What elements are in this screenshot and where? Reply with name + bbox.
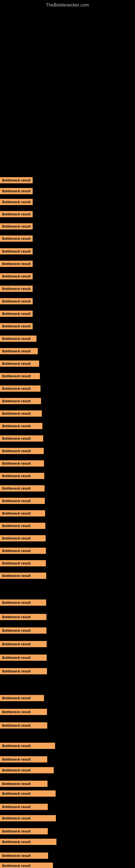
bottleneck-label: Bottleneck result: [0, 804, 48, 810]
bottleneck-label: Bottleneck result: [0, 498, 45, 504]
bottleneck-label: Bottleneck result: [0, 756, 47, 763]
bottleneck-label: Bottleneck result: [0, 641, 47, 647]
labels-container: Bottleneck resultBottleneck resultBottle…: [0, 9, 135, 868]
bottleneck-label: Bottleneck result: [0, 668, 47, 674]
bottleneck-label: Bottleneck result: [0, 722, 47, 728]
bottleneck-label: Bottleneck result: [0, 273, 33, 279]
bottleneck-label: Bottleneck result: [0, 852, 48, 859]
bottleneck-label: Bottleneck result: [0, 398, 41, 404]
bottleneck-label: Bottleneck result: [0, 248, 33, 254]
bottleneck-label: Bottleneck result: [0, 523, 45, 529]
bottleneck-label: Bottleneck result: [0, 311, 33, 317]
site-title: TheBottlenecker.com: [0, 0, 135, 9]
bottleneck-label: Bottleneck result: [0, 236, 33, 242]
bottleneck-label: Bottleneck result: [0, 709, 47, 715]
bottleneck-label: Bottleneck result: [0, 348, 38, 354]
bottleneck-label: Bottleneck result: [0, 781, 48, 787]
bottleneck-label: Bottleneck result: [0, 423, 42, 429]
bottleneck-label: Bottleneck result: [0, 627, 46, 633]
bottleneck-label: Bottleneck result: [0, 410, 42, 416]
bottleneck-label: Bottleneck result: [0, 298, 33, 304]
bottleneck-label: Bottleneck result: [0, 535, 46, 541]
bottleneck-label: Bottleneck result: [0, 614, 46, 620]
bottleneck-label: Bottleneck result: [0, 188, 33, 194]
bottleneck-label: Bottleneck result: [0, 373, 40, 379]
bottleneck-label: Bottleneck result: [0, 510, 45, 517]
bottleneck-label: Bottleneck result: [0, 336, 37, 342]
bottleneck-label: Bottleneck result: [0, 286, 33, 292]
bottleneck-label: Bottleneck result: [0, 599, 46, 606]
bottleneck-label: Bottleneck result: [0, 177, 33, 183]
bottleneck-label: Bottleneck result: [0, 839, 56, 845]
bottleneck-label: Bottleneck result: [0, 548, 46, 554]
bottleneck-label: Bottleneck result: [0, 828, 48, 834]
bottleneck-label: Bottleneck result: [0, 223, 33, 229]
bottleneck-label: Bottleneck result: [0, 361, 39, 367]
bottleneck-label: Bottleneck result: [0, 261, 33, 267]
bottleneck-label: Bottleneck result: [0, 485, 45, 492]
bottleneck-label: Bottleneck result: [0, 790, 56, 797]
bottleneck-label: Bottleneck result: [0, 743, 55, 749]
bottleneck-label: Bottleneck result: [0, 815, 56, 822]
bottleneck-label: Bottleneck result: [0, 460, 44, 467]
bottleneck-label: Bottleneck result: [0, 473, 44, 479]
bottleneck-label: Bottleneck result: [0, 199, 33, 205]
bottleneck-label: Bottleneck result: [0, 572, 46, 579]
bottleneck-label: Bottleneck result: [0, 211, 33, 217]
bottleneck-label: Bottleneck result: [0, 863, 53, 868]
bottleneck-label: Bottleneck result: [0, 695, 44, 701]
bottleneck-label: Bottleneck result: [0, 323, 33, 329]
bottleneck-label: Bottleneck result: [0, 560, 46, 566]
bottleneck-label: Bottleneck result: [0, 435, 43, 442]
bottleneck-label: Bottleneck result: [0, 448, 44, 454]
page-wrapper: TheBottlenecker.com Bottleneck resultBot…: [0, 0, 135, 868]
bottleneck-label: Bottleneck result: [0, 654, 47, 661]
bottleneck-label: Bottleneck result: [0, 385, 41, 392]
bottleneck-label: Bottleneck result: [0, 767, 54, 773]
